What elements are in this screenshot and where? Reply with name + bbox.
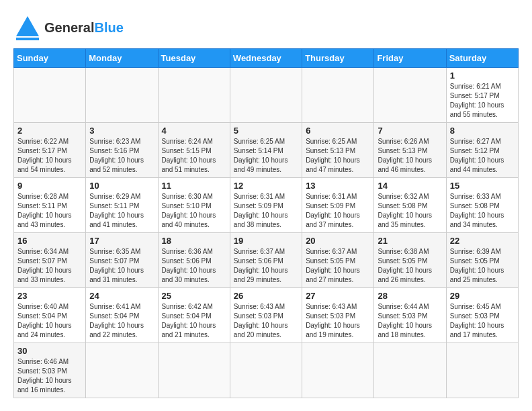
- header-cell-sunday: Sunday: [14, 49, 86, 68]
- day-number: 8: [450, 126, 515, 136]
- header-cell-monday: Monday: [86, 49, 158, 68]
- day-number: 3: [89, 126, 154, 136]
- day-number: 14: [378, 181, 442, 191]
- day-info: Sunrise: 6:37 AM Sunset: 5:06 PM Dayligh…: [234, 247, 298, 285]
- day-cell: 30Sunrise: 6:46 AM Sunset: 5:03 PM Dayli…: [14, 343, 86, 398]
- day-number: 19: [234, 236, 298, 246]
- day-info: Sunrise: 6:23 AM Sunset: 5:16 PM Dayligh…: [89, 137, 154, 175]
- day-cell: [86, 343, 158, 398]
- day-number: 13: [306, 181, 370, 191]
- day-number: 17: [89, 236, 154, 246]
- day-cell: 6Sunrise: 6:25 AM Sunset: 5:13 PM Daylig…: [302, 123, 374, 178]
- day-info: Sunrise: 6:24 AM Sunset: 5:15 PM Dayligh…: [162, 137, 226, 175]
- day-info: Sunrise: 6:26 AM Sunset: 5:13 PM Dayligh…: [378, 137, 442, 175]
- day-number: 26: [234, 291, 298, 301]
- day-number: 1: [450, 71, 515, 81]
- day-cell: [302, 343, 374, 398]
- day-number: 28: [378, 291, 442, 301]
- day-info: Sunrise: 6:28 AM Sunset: 5:11 PM Dayligh…: [17, 192, 82, 230]
- day-cell: 2Sunrise: 6:22 AM Sunset: 5:17 PM Daylig…: [14, 123, 86, 178]
- day-info: Sunrise: 6:25 AM Sunset: 5:14 PM Dayligh…: [234, 137, 298, 175]
- day-cell: [86, 68, 158, 123]
- day-number: 22: [450, 236, 515, 246]
- week-row-0: 1Sunrise: 6:21 AM Sunset: 5:17 PM Daylig…: [14, 68, 519, 123]
- day-cell: [446, 343, 518, 398]
- day-number: 27: [306, 291, 370, 301]
- day-info: Sunrise: 6:36 AM Sunset: 5:06 PM Dayligh…: [162, 247, 226, 285]
- day-cell: [158, 68, 230, 123]
- day-info: Sunrise: 6:46 AM Sunset: 5:03 PM Dayligh…: [17, 357, 82, 395]
- day-info: Sunrise: 6:43 AM Sunset: 5:03 PM Dayligh…: [306, 302, 370, 340]
- day-number: 25: [162, 291, 226, 301]
- header-cell-tuesday: Tuesday: [158, 49, 230, 68]
- day-cell: 17Sunrise: 6:35 AM Sunset: 5:07 PM Dayli…: [86, 233, 158, 288]
- day-info: Sunrise: 6:43 AM Sunset: 5:03 PM Dayligh…: [234, 302, 298, 340]
- day-cell: 19Sunrise: 6:37 AM Sunset: 5:06 PM Dayli…: [230, 233, 302, 288]
- day-cell: 21Sunrise: 6:38 AM Sunset: 5:05 PM Dayli…: [374, 233, 446, 288]
- header-cell-wednesday: Wednesday: [230, 49, 302, 68]
- day-info: Sunrise: 6:31 AM Sunset: 5:09 PM Dayligh…: [234, 192, 298, 230]
- day-number: 15: [450, 181, 515, 191]
- day-info: Sunrise: 6:37 AM Sunset: 5:05 PM Dayligh…: [306, 247, 370, 285]
- day-cell: 4Sunrise: 6:24 AM Sunset: 5:15 PM Daylig…: [158, 123, 230, 178]
- day-number: 12: [234, 181, 298, 191]
- day-number: 30: [17, 346, 82, 356]
- day-info: Sunrise: 6:31 AM Sunset: 5:09 PM Dayligh…: [306, 192, 370, 230]
- day-cell: 9Sunrise: 6:28 AM Sunset: 5:11 PM Daylig…: [14, 178, 86, 233]
- day-number: 11: [162, 181, 226, 191]
- day-cell: 14Sunrise: 6:32 AM Sunset: 5:08 PM Dayli…: [374, 178, 446, 233]
- day-cell: 26Sunrise: 6:43 AM Sunset: 5:03 PM Dayli…: [230, 288, 302, 343]
- day-info: Sunrise: 6:34 AM Sunset: 5:07 PM Dayligh…: [17, 247, 82, 285]
- day-info: Sunrise: 6:35 AM Sunset: 5:07 PM Dayligh…: [89, 247, 154, 285]
- header-cell-friday: Friday: [374, 49, 446, 68]
- day-cell: 7Sunrise: 6:26 AM Sunset: 5:13 PM Daylig…: [374, 123, 446, 178]
- day-number: 21: [378, 236, 442, 246]
- day-cell: 12Sunrise: 6:31 AM Sunset: 5:09 PM Dayli…: [230, 178, 302, 233]
- day-info: Sunrise: 6:41 AM Sunset: 5:04 PM Dayligh…: [89, 302, 154, 340]
- day-info: Sunrise: 6:39 AM Sunset: 5:05 PM Dayligh…: [450, 247, 515, 285]
- svg-marker-0: [16, 16, 39, 36]
- day-cell: 11Sunrise: 6:30 AM Sunset: 5:10 PM Dayli…: [158, 178, 230, 233]
- day-number: 20: [306, 236, 370, 246]
- day-cell: [302, 68, 374, 123]
- day-number: 18: [162, 236, 226, 246]
- day-info: Sunrise: 6:25 AM Sunset: 5:13 PM Dayligh…: [306, 137, 370, 175]
- day-cell: 16Sunrise: 6:34 AM Sunset: 5:07 PM Dayli…: [14, 233, 86, 288]
- header-row: SundayMondayTuesdayWednesdayThursdayFrid…: [14, 49, 519, 68]
- day-cell: [374, 343, 446, 398]
- day-cell: 3Sunrise: 6:23 AM Sunset: 5:16 PM Daylig…: [86, 123, 158, 178]
- week-row-1: 2Sunrise: 6:22 AM Sunset: 5:17 PM Daylig…: [14, 123, 519, 178]
- day-cell: 18Sunrise: 6:36 AM Sunset: 5:06 PM Dayli…: [158, 233, 230, 288]
- day-number: 2: [17, 126, 82, 136]
- week-row-5: 30Sunrise: 6:46 AM Sunset: 5:03 PM Dayli…: [14, 343, 519, 398]
- day-info: Sunrise: 6:40 AM Sunset: 5:04 PM Dayligh…: [17, 302, 82, 340]
- day-cell: 1Sunrise: 6:21 AM Sunset: 5:17 PM Daylig…: [446, 68, 518, 123]
- day-number: 7: [378, 126, 442, 136]
- day-cell: [230, 68, 302, 123]
- day-cell: 10Sunrise: 6:29 AM Sunset: 5:11 PM Dayli…: [86, 178, 158, 233]
- day-number: 5: [234, 126, 298, 136]
- svg-rect-1: [16, 38, 39, 40]
- day-cell: [158, 343, 230, 398]
- header-cell-saturday: Saturday: [446, 49, 518, 68]
- day-info: Sunrise: 6:21 AM Sunset: 5:17 PM Dayligh…: [450, 82, 515, 120]
- calendar-header: SundayMondayTuesdayWednesdayThursdayFrid…: [14, 49, 519, 68]
- day-number: 10: [89, 181, 154, 191]
- header-cell-thursday: Thursday: [302, 49, 374, 68]
- day-info: Sunrise: 6:29 AM Sunset: 5:11 PM Dayligh…: [89, 192, 154, 230]
- day-cell: 13Sunrise: 6:31 AM Sunset: 5:09 PM Dayli…: [302, 178, 374, 233]
- day-cell: 8Sunrise: 6:27 AM Sunset: 5:12 PM Daylig…: [446, 123, 518, 178]
- week-row-3: 16Sunrise: 6:34 AM Sunset: 5:07 PM Dayli…: [14, 233, 519, 288]
- day-cell: 22Sunrise: 6:39 AM Sunset: 5:05 PM Dayli…: [446, 233, 518, 288]
- calendar-body: 1Sunrise: 6:21 AM Sunset: 5:17 PM Daylig…: [14, 68, 519, 398]
- day-cell: 27Sunrise: 6:43 AM Sunset: 5:03 PM Dayli…: [302, 288, 374, 343]
- day-number: 16: [17, 236, 82, 246]
- day-info: Sunrise: 6:27 AM Sunset: 5:12 PM Dayligh…: [450, 137, 515, 175]
- calendar-table: SundayMondayTuesdayWednesdayThursdayFrid…: [13, 48, 519, 398]
- day-info: Sunrise: 6:38 AM Sunset: 5:05 PM Dayligh…: [378, 247, 442, 285]
- day-info: Sunrise: 6:45 AM Sunset: 5:03 PM Dayligh…: [450, 302, 515, 340]
- week-row-2: 9Sunrise: 6:28 AM Sunset: 5:11 PM Daylig…: [14, 178, 519, 233]
- day-cell: [374, 68, 446, 123]
- day-info: Sunrise: 6:32 AM Sunset: 5:08 PM Dayligh…: [378, 192, 442, 230]
- day-cell: 20Sunrise: 6:37 AM Sunset: 5:05 PM Dayli…: [302, 233, 374, 288]
